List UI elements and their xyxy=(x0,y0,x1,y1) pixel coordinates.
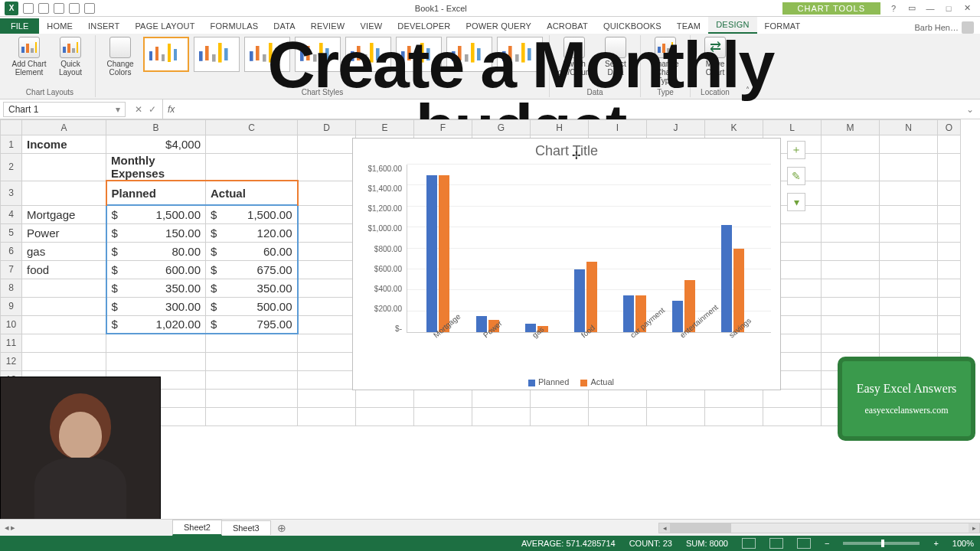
cell-A1[interactable]: Income xyxy=(22,135,106,154)
cell-A4[interactable]: Mortgage xyxy=(22,205,106,223)
status-average: 571.4285714 xyxy=(566,539,615,548)
qat-touch-icon[interactable] xyxy=(69,3,80,14)
cell-C6[interactable]: $60.00 xyxy=(206,242,298,260)
account-menu[interactable]: Barb Hen… xyxy=(909,21,980,34)
chevron-down-icon[interactable]: ▾ xyxy=(116,104,120,115)
view-page-layout-icon[interactable] xyxy=(769,538,783,549)
chart-elements-button[interactable]: ＋ xyxy=(787,141,805,159)
bar-planned-3[interactable] xyxy=(574,269,585,332)
column-headers[interactable]: ABC DEF GHI JKL MNO xyxy=(1,120,961,135)
cell-C4[interactable]: $1,500.00 xyxy=(206,205,298,223)
tab-quickbooks[interactable]: QuickBooks xyxy=(596,18,669,34)
status-bar: AVERAGE: 571.4285714 COUNT: 23 SUM: 8000… xyxy=(0,536,980,551)
select-data-button[interactable]: Select Data xyxy=(597,37,634,77)
collapse-ribbon-icon[interactable]: ˄ xyxy=(740,35,755,97)
cell-C8[interactable]: $350.00 xyxy=(206,279,298,297)
chart-style-7[interactable] xyxy=(446,37,492,72)
qat-undo-icon[interactable] xyxy=(38,3,49,14)
qat-redo-icon[interactable] xyxy=(54,3,64,14)
chart-title[interactable]: Chart Title xyxy=(353,139,780,161)
switch-row-col-button[interactable]: Switch Row/Column xyxy=(556,37,593,77)
maximize-icon[interactable]: □ xyxy=(943,4,954,13)
cell-B6[interactable]: $80.00 xyxy=(106,242,206,260)
tab-data[interactable]: DATA xyxy=(266,18,303,34)
bar-planned-4[interactable] xyxy=(623,295,634,332)
cell-B9[interactable]: $300.00 xyxy=(106,297,206,315)
close-icon[interactable]: ✕ xyxy=(962,3,972,13)
chart-style-3[interactable] xyxy=(244,37,290,72)
bar-actual-0[interactable] xyxy=(439,175,449,332)
change-colors-button[interactable]: Change Colors xyxy=(102,37,139,77)
bar-planned-0[interactable] xyxy=(426,175,437,332)
chart-styles-button[interactable]: ✎ xyxy=(787,167,805,185)
name-box[interactable]: Chart 1 ▾ xyxy=(3,102,126,117)
cell-C9[interactable]: $500.00 xyxy=(206,297,298,315)
sheet-tab-sheet2[interactable]: Sheet2 xyxy=(172,520,222,536)
ribbon-options-icon[interactable]: ▭ xyxy=(906,3,917,13)
avatar-icon xyxy=(962,21,974,34)
chart-style-8[interactable] xyxy=(497,37,543,72)
new-sheet-button[interactable]: ⊕ xyxy=(271,522,292,534)
tab-formulas[interactable]: FORMULAS xyxy=(203,18,266,34)
change-chart-type-button[interactable]: Change Chart Type xyxy=(647,37,684,85)
tab-developer[interactable]: DEVELOPER xyxy=(390,18,458,34)
chart-filter-button[interactable]: ▾ xyxy=(787,193,805,211)
chart-style-6[interactable] xyxy=(396,37,442,72)
tab-design[interactable]: DESIGN xyxy=(708,17,756,34)
cell-B10[interactable]: $1,020.00 xyxy=(106,315,206,334)
group-data: Data xyxy=(586,88,603,96)
fx-icon[interactable]: fx xyxy=(163,104,179,115)
move-chart-button[interactable]: ⇄Move Chart xyxy=(697,37,733,77)
cell-C10[interactable]: $795.00 xyxy=(206,315,298,334)
expand-formula-bar-icon[interactable]: ⌄ xyxy=(960,104,980,115)
embedded-chart[interactable]: Chart Title ✢ $1,600.00$1,400.00 $1,200.… xyxy=(352,138,781,390)
view-normal-icon[interactable] xyxy=(742,538,756,549)
sheet-nav-next-icon[interactable]: ▸ xyxy=(11,523,15,533)
cell-A6[interactable]: gas xyxy=(22,242,106,260)
cancel-formula-icon[interactable]: ✕ xyxy=(135,104,142,115)
cell-C5[interactable]: $120.00 xyxy=(206,223,298,242)
tab-file[interactable]: FILE xyxy=(0,18,39,34)
quick-layout-button[interactable]: Quick Layout xyxy=(52,37,89,77)
zoom-level[interactable]: 100% xyxy=(952,539,974,548)
cell-B7[interactable]: $600.00 xyxy=(106,260,206,279)
tab-team[interactable]: TEAM xyxy=(669,18,708,34)
cell-B4[interactable]: $1,500.00 xyxy=(106,205,206,223)
cell-B3[interactable]: Planned xyxy=(106,181,206,205)
bar-actual-3[interactable] xyxy=(586,262,597,332)
tab-acrobat[interactable]: ACROBAT xyxy=(539,18,596,34)
cell-B1[interactable]: $4,000 xyxy=(106,135,206,154)
tab-insert[interactable]: INSERT xyxy=(80,18,127,34)
cell-A5[interactable]: Power xyxy=(22,223,106,242)
view-page-break-icon[interactable] xyxy=(797,538,811,549)
tab-review[interactable]: REVIEW xyxy=(303,18,353,34)
cell-B2[interactable]: Monthly Expenses xyxy=(106,154,206,181)
zoom-out-button[interactable]: − xyxy=(825,539,829,548)
zoom-slider[interactable] xyxy=(843,542,920,545)
cell-B5[interactable]: $150.00 xyxy=(106,223,206,242)
add-chart-element-button[interactable]: Add Chart Element xyxy=(11,37,47,77)
tab-view[interactable]: VIEW xyxy=(352,18,390,34)
qat-custom-icon[interactable] xyxy=(84,3,95,14)
zoom-in-button[interactable]: + xyxy=(933,539,938,548)
qat-save-icon[interactable] xyxy=(23,3,34,14)
cell-C3[interactable]: Actual xyxy=(206,181,298,205)
help-icon[interactable]: ? xyxy=(888,4,899,13)
chart-style-2[interactable] xyxy=(194,37,240,72)
chart-style-4[interactable] xyxy=(295,37,341,72)
enter-formula-icon[interactable]: ✓ xyxy=(149,104,156,115)
cell-C7[interactable]: $675.00 xyxy=(206,260,298,279)
chart-style-1[interactable] xyxy=(143,37,189,72)
chart-style-5[interactable] xyxy=(345,37,391,72)
tab-format[interactable]: FORMAT xyxy=(757,18,808,34)
horizontal-scrollbar[interactable]: ◂▸ xyxy=(658,523,980,533)
sheet-nav-prev-icon[interactable]: ◂ xyxy=(5,523,9,533)
cell-B8[interactable]: $350.00 xyxy=(106,279,206,297)
chart-legend[interactable]: Planned Actual xyxy=(353,377,780,386)
tab-home[interactable]: HOME xyxy=(39,18,80,34)
tab-power-query[interactable]: POWER QUERY xyxy=(458,18,539,34)
cell-A7[interactable]: food xyxy=(22,260,106,279)
sheet-tab-sheet3[interactable]: Sheet3 xyxy=(221,520,271,535)
tab-page-layout[interactable]: PAGE LAYOUT xyxy=(127,18,202,34)
minimize-icon[interactable]: — xyxy=(925,4,936,13)
